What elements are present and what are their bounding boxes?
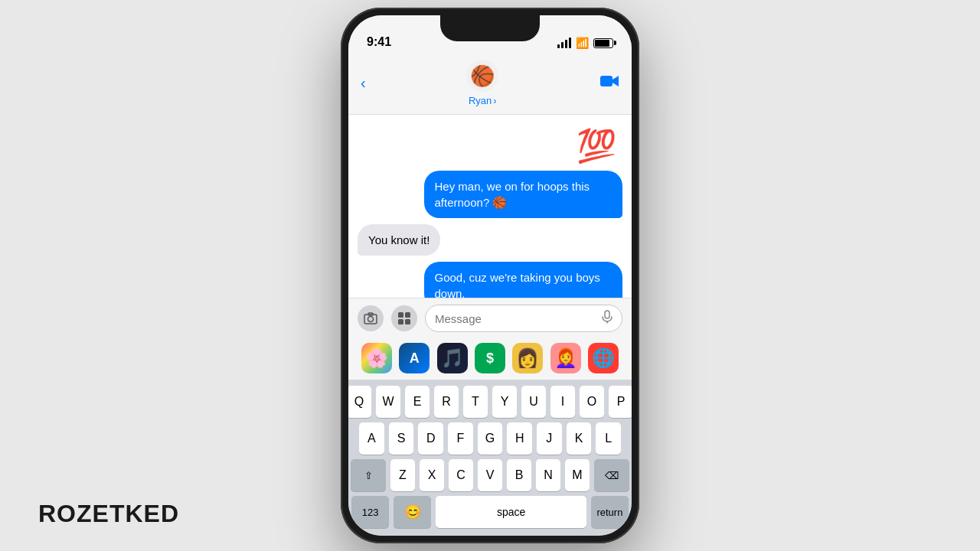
wifi-icon: 📶 — [576, 37, 589, 49]
svg-rect-7 — [405, 319, 410, 324]
avatar2-app-icon[interactable]: 👩‍🦰 — [550, 343, 581, 373]
key-m[interactable]: M — [565, 459, 590, 491]
message-bubble-sent-1: Hey man, we on for hoops this afternoon?… — [424, 171, 623, 218]
key-a[interactable]: A — [359, 422, 384, 455]
shift-key[interactable]: ⇧ — [351, 459, 386, 491]
svg-point-2 — [368, 317, 374, 322]
contact-name: Ryan › — [469, 95, 497, 106]
key-row-2: A S D F G H J K L — [351, 422, 629, 455]
emoji-large: 💯 — [577, 127, 616, 165]
key-row-3: ⇧ Z X C V B N M ⌫ — [351, 459, 629, 491]
key-f[interactable]: F — [448, 422, 473, 455]
key-h[interactable]: H — [507, 422, 532, 455]
message-bubble-sent-2: Good, cuz we're taking you boys down. — [424, 262, 623, 298]
message-text: Good, cuz we're taking you boys down. — [435, 271, 600, 298]
key-row-1: Q W E R T Y U I O P — [351, 386, 629, 418]
keyboard: Q W E R T Y U I O P A S D F G H J K L — [348, 380, 632, 536]
key-b[interactable]: B — [507, 459, 531, 491]
appstore-button[interactable] — [391, 305, 417, 331]
key-u[interactable]: U — [521, 386, 546, 418]
key-x[interactable]: X — [420, 459, 444, 491]
message-input-wrapper[interactable] — [425, 305, 622, 332]
key-d[interactable]: D — [418, 422, 443, 455]
return-key[interactable]: return — [591, 496, 629, 528]
avatar: 🏀 — [466, 60, 498, 92]
photos-app-icon[interactable]: 🌸 — [361, 343, 392, 373]
messages-area: 💯 Hey man, we on for hoops this afternoo… — [348, 115, 632, 298]
message-text: Hey man, we on for hoops this afternoon?… — [435, 180, 590, 209]
key-s[interactable]: S — [389, 422, 414, 455]
message-input[interactable] — [435, 312, 596, 325]
key-t[interactable]: T — [463, 386, 488, 418]
key-c[interactable]: C — [449, 459, 473, 491]
key-n[interactable]: N — [536, 459, 560, 491]
key-row-bottom: 123 😊 space return — [351, 496, 629, 528]
message-bubble-received-1: You know it! — [358, 224, 440, 256]
chevron-left-icon: ‹ — [361, 74, 366, 92]
key-r[interactable]: R — [434, 386, 459, 418]
appstore-app-icon[interactable]: A — [399, 343, 430, 373]
delete-key[interactable]: ⌫ — [594, 459, 629, 491]
notch — [440, 15, 540, 41]
phone-screen: 9:41 📶 ‹ 🏀 Ry — [348, 15, 632, 536]
message-input-area — [348, 298, 632, 338]
svg-rect-5 — [405, 312, 410, 318]
chevron-right-icon: › — [493, 95, 496, 106]
status-icons: 📶 — [557, 37, 613, 49]
svg-rect-0 — [600, 76, 612, 86]
avatar1-app-icon[interactable]: 👩 — [512, 343, 543, 373]
numbers-key[interactable]: 123 — [351, 496, 389, 528]
battery-icon — [593, 38, 613, 48]
key-o[interactable]: O — [580, 386, 604, 418]
audio-app-icon[interactable]: 🎵 — [437, 343, 468, 373]
key-k[interactable]: K — [567, 422, 592, 455]
video-call-button[interactable] — [599, 73, 619, 93]
key-i[interactable]: I — [550, 386, 575, 418]
svg-rect-4 — [398, 312, 403, 318]
mic-button[interactable] — [602, 310, 612, 327]
svg-rect-8 — [605, 311, 609, 318]
signal-bars-icon — [557, 37, 571, 48]
key-w[interactable]: W — [376, 386, 400, 418]
key-y[interactable]: Y — [492, 386, 517, 418]
space-key[interactable]: space — [436, 496, 586, 528]
svg-rect-6 — [398, 319, 403, 324]
key-v[interactable]: V — [478, 459, 502, 491]
watermark: ROZETKED — [38, 500, 179, 528]
message-header: ‹ 🏀 Ryan › — [348, 54, 632, 115]
camera-button[interactable] — [358, 305, 384, 331]
contact-info[interactable]: 🏀 Ryan › — [466, 60, 498, 106]
emoji-key[interactable]: 😊 — [394, 496, 431, 528]
app-shortcuts-row: 🌸 A 🎵 $ 👩 👩‍🦰 🌐 — [348, 338, 632, 380]
phone-wrapper: 9:41 📶 ‹ 🏀 Ry — [341, 8, 639, 543]
key-j[interactable]: J — [537, 422, 562, 455]
status-time: 9:41 — [367, 35, 391, 49]
key-z[interactable]: Z — [390, 459, 415, 491]
back-button[interactable]: ‹ — [361, 74, 366, 92]
battery-fill — [595, 40, 609, 47]
key-g[interactable]: G — [478, 422, 503, 455]
key-p[interactable]: P — [609, 386, 632, 418]
key-l[interactable]: L — [596, 422, 621, 455]
message-text: You know it! — [368, 233, 430, 246]
key-e[interactable]: E — [405, 386, 430, 418]
globe-app-icon[interactable]: 🌐 — [588, 343, 619, 373]
cash-app-icon[interactable]: $ — [475, 343, 505, 373]
key-q[interactable]: Q — [348, 386, 371, 418]
